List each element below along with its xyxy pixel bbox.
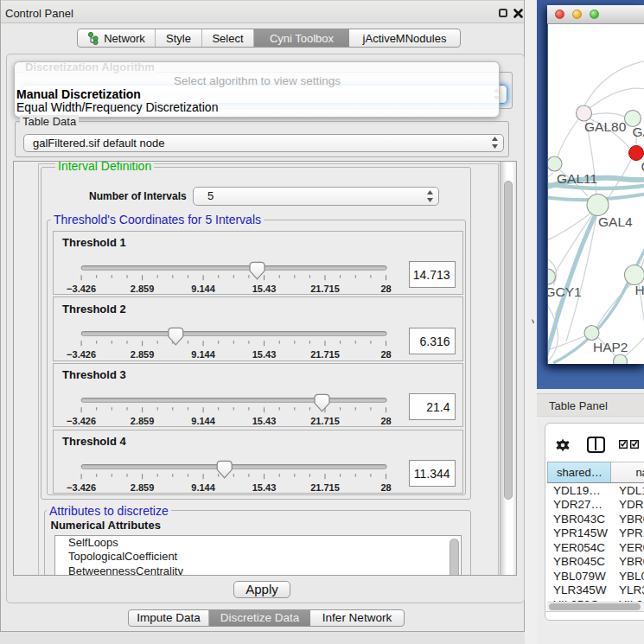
svg-text:21.715: 21.715 xyxy=(310,415,340,425)
svg-text:2.859: 2.859 xyxy=(130,283,154,293)
svg-text:15.43: 15.43 xyxy=(252,481,276,492)
svg-text:2.859: 2.859 xyxy=(130,349,154,360)
svg-text:2.859: 2.859 xyxy=(130,415,154,425)
svg-text:2.859: 2.859 xyxy=(130,481,154,492)
svg-text:GAL4: GAL4 xyxy=(598,214,633,229)
svg-text:28: 28 xyxy=(380,481,391,492)
svg-text:H: H xyxy=(635,283,644,297)
svg-text:GAL11: GAL11 xyxy=(557,171,597,186)
svg-text:−3.426: −3.426 xyxy=(67,481,96,492)
svg-text:9.144: 9.144 xyxy=(191,349,215,360)
svg-text:15.43: 15.43 xyxy=(252,415,276,425)
svg-text:−3.426: −3.426 xyxy=(67,349,96,360)
svg-text:9.144: 9.144 xyxy=(191,415,215,425)
svg-text:15.43: 15.43 xyxy=(252,283,276,293)
svg-text:−3.426: −3.426 xyxy=(67,415,96,425)
svg-text:15.43: 15.43 xyxy=(252,349,276,360)
svg-text:9.144: 9.144 xyxy=(191,283,215,293)
svg-text:−3.426: −3.426 xyxy=(67,283,96,293)
svg-text:GAL80: GAL80 xyxy=(584,119,627,134)
svg-text:28: 28 xyxy=(380,349,391,360)
svg-text:28: 28 xyxy=(380,415,391,425)
svg-text:21.715: 21.715 xyxy=(310,283,340,293)
svg-text:GCY1: GCY1 xyxy=(548,284,582,299)
svg-text:C: C xyxy=(641,159,644,174)
svg-text:21.715: 21.715 xyxy=(310,349,340,360)
svg-text:28: 28 xyxy=(380,283,391,293)
svg-text:GA: GA xyxy=(633,124,644,139)
svg-text:HAP2: HAP2 xyxy=(593,340,628,354)
svg-text:9.144: 9.144 xyxy=(191,481,215,492)
svg-text:21.715: 21.715 xyxy=(310,481,340,492)
